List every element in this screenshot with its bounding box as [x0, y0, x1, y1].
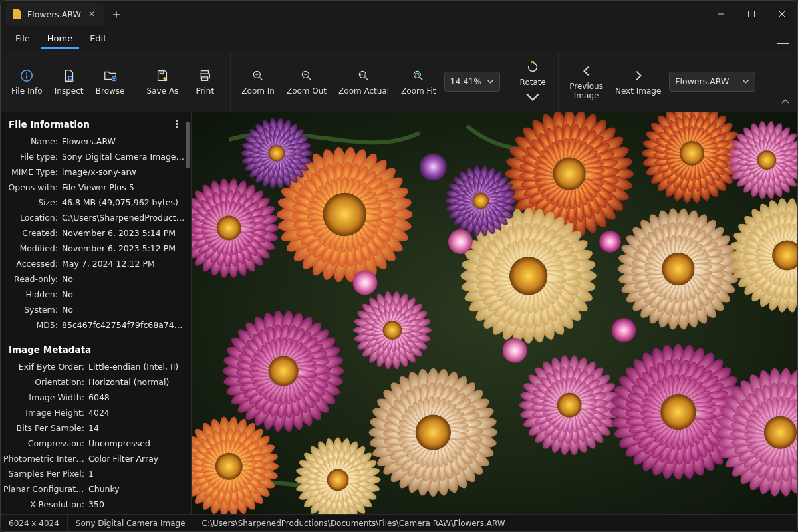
info-key: Y Resolution: — [3, 513, 88, 514]
svg-rect-13 — [201, 70, 209, 74]
ribbon-toolbar: File Info Inspect Browse Save As Print — [1, 51, 797, 112]
svg-point-1399 — [473, 193, 489, 209]
status-filetype: Sony Digital Camera Image — [68, 515, 194, 531]
svg-point-1569 — [215, 453, 243, 480]
info-row: Size:46.8 MB (49,075,962 bytes) — [1, 195, 191, 210]
file-picker-dropdown[interactable]: Flowers.ARW — [669, 72, 755, 92]
info-key: Photometric Interpreta... — [3, 452, 88, 465]
svg-point-532 — [662, 253, 694, 285]
info-key: Created: — [3, 227, 62, 239]
info-key: Bits Per Sample: — [3, 422, 88, 434]
collapse-ribbon-button[interactable] — [779, 96, 792, 108]
file-info-heading: File Information — [9, 119, 90, 130]
maximize-button[interactable] — [736, 1, 767, 27]
print-button[interactable]: Print — [186, 64, 223, 100]
document-tab[interactable]: Flowers.ARW ✕ — [6, 3, 104, 25]
menu-file[interactable]: File — [9, 29, 37, 49]
svg-line-21 — [308, 77, 311, 80]
svg-point-1736 — [599, 231, 621, 253]
info-row: Read-only:No — [1, 271, 191, 287]
zoom-actual-button[interactable]: 1:1 Zoom Actual — [334, 64, 393, 100]
previous-image-button[interactable]: Previous Image — [565, 59, 607, 104]
info-value: Sony Digital Camera Image (.arw) — [62, 150, 186, 163]
zoom-fit-icon — [410, 68, 426, 84]
info-row: Hidden:No — [1, 287, 191, 302]
info-value: 350 — [88, 498, 186, 511]
tab-close-icon[interactable]: ✕ — [86, 9, 97, 19]
more-options-icon[interactable]: ⋮ — [171, 121, 183, 128]
save-as-button[interactable]: Save As — [143, 64, 183, 100]
info-key: Image Width: — [3, 391, 88, 404]
image-viewport[interactable] — [192, 112, 797, 514]
minimize-button[interactable] — [706, 1, 736, 27]
info-key: Read-only: — [3, 273, 62, 285]
svg-point-1047 — [660, 394, 696, 430]
info-value: 350 — [88, 513, 186, 514]
info-value: Chunky — [88, 483, 186, 495]
info-value: No — [62, 303, 186, 316]
chevron-left-icon — [579, 63, 595, 79]
folder-icon — [102, 68, 118, 84]
info-value: File Viewer Plus 5 — [62, 181, 186, 194]
new-tab-button[interactable]: ＋ — [106, 4, 126, 24]
info-key: Size: — [3, 196, 62, 209]
file-info-button[interactable]: File Info — [7, 64, 47, 100]
svg-point-938 — [557, 393, 582, 418]
info-key: Opens with: — [3, 181, 62, 194]
svg-point-1320 — [383, 321, 402, 340]
info-row: File type:Sony Digital Camera Image (.ar… — [1, 149, 191, 164]
info-key: Hidden: — [3, 288, 62, 301]
svg-point-847 — [416, 415, 451, 450]
info-value: Color Filter Array — [88, 452, 186, 465]
info-value: No — [62, 288, 186, 301]
svg-point-1478 — [757, 150, 777, 170]
info-value: C:\Users\SharpenedProduction... — [62, 211, 186, 224]
info-key: Samples Per Pixel: — [3, 467, 88, 480]
menu-bar: File Home Edit — [1, 27, 797, 51]
svg-point-132 — [323, 193, 367, 237]
hamburger-icon[interactable] — [777, 35, 789, 44]
window-close-button[interactable] — [767, 1, 797, 27]
inspect-button[interactable]: Inspect — [51, 64, 88, 100]
info-key: MD5: — [3, 319, 62, 331]
scrollbar-thumb[interactable] — [186, 122, 190, 168]
zoom-out-icon — [299, 68, 315, 84]
svg-point-1734 — [420, 153, 447, 180]
zoom-level-dropdown[interactable]: 14.41% — [444, 72, 501, 92]
info-icon — [19, 68, 35, 84]
zoom-out-button[interactable]: Zoom Out — [283, 64, 331, 100]
info-row: Name:Flowers.ARW — [1, 134, 191, 149]
zoom-in-button[interactable]: Zoom In — [237, 64, 279, 100]
svg-point-1739 — [353, 271, 378, 295]
info-key: Location: — [3, 211, 62, 224]
svg-point-1737 — [503, 338, 527, 363]
svg-point-1733 — [269, 145, 285, 162]
svg-point-1735 — [448, 229, 473, 254]
info-key: System: — [3, 303, 62, 316]
info-row: Image Height:4024 — [1, 405, 191, 420]
browse-button[interactable]: Browse — [92, 64, 129, 100]
info-value: November 6, 2023 5:12 PM — [62, 242, 186, 255]
chevron-down-icon — [525, 90, 540, 104]
status-bar: 6024 x 4024 Sony Digital Camera Image C:… — [1, 514, 797, 531]
menu-edit[interactable]: Edit — [83, 29, 113, 49]
menu-home[interactable]: Home — [41, 29, 79, 49]
zoom-fit-button[interactable]: Zoom Fit — [397, 64, 440, 100]
info-key: Exif Byte Order: — [3, 360, 88, 373]
svg-point-1241 — [217, 216, 241, 241]
info-key: File type: — [3, 150, 62, 163]
info-key: Orientation: — [3, 376, 88, 388]
info-value: November 6, 2023 5:14 PM — [62, 227, 186, 239]
info-value: 14 — [88, 422, 186, 434]
next-image-button[interactable]: Next Image — [611, 64, 665, 100]
rotate-button[interactable]: Rotate — [514, 55, 551, 108]
info-value: No — [62, 273, 186, 285]
info-value: 1 — [88, 467, 186, 480]
info-value: Little-endian (Intel, II) — [88, 360, 186, 373]
document-icon — [13, 9, 22, 19]
info-row: Image Width:6048 — [1, 390, 191, 405]
title-bar: Flowers.ARW ✕ ＋ — [1, 1, 797, 27]
svg-rect-28 — [416, 73, 419, 76]
svg-line-27 — [420, 77, 423, 80]
svg-rect-1 — [749, 11, 755, 17]
